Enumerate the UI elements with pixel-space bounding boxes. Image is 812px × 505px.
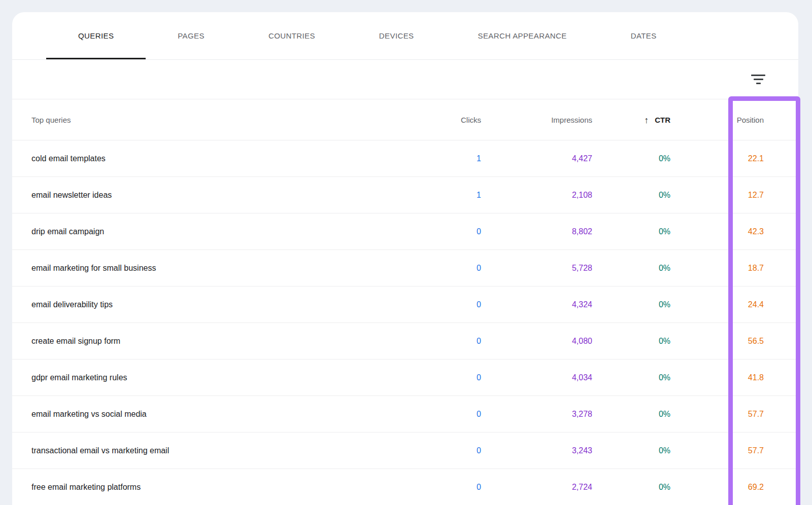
impressions-cell: 4,034 <box>481 373 592 382</box>
filter-bar-top <box>751 75 765 76</box>
position-cell: 18.7 <box>670 264 764 273</box>
query-cell[interactable]: email deliverability tips <box>31 300 410 309</box>
tab-queries[interactable]: QUERIES <box>46 12 146 59</box>
column-header-impressions[interactable]: Impressions <box>481 116 592 124</box>
clicks-cell: 0 <box>410 410 481 419</box>
column-header-top-queries[interactable]: Top queries <box>31 116 410 124</box>
clicks-cell: 0 <box>410 264 481 273</box>
impressions-cell: 4,080 <box>481 337 592 346</box>
ctr-cell: 0% <box>592 264 670 273</box>
performance-report-card: QUERIES PAGES COUNTRIES DEVICES SEARCH A… <box>12 12 798 505</box>
ctr-cell: 0% <box>592 154 670 163</box>
query-cell[interactable]: drip email campaign <box>31 227 410 236</box>
table-body: cold email templates 1 4,427 0% 22.1 ema… <box>12 140 798 505</box>
tab-devices[interactable]: DEVICES <box>347 12 446 59</box>
filter-list-icon[interactable] <box>751 75 766 86</box>
tab-search-appearance[interactable]: SEARCH APPEARANCE <box>446 12 599 59</box>
impressions-cell: 3,278 <box>481 410 592 419</box>
position-cell: 57.7 <box>670 446 764 455</box>
column-header-ctr-label: CTR <box>655 116 670 124</box>
impressions-cell: 5,728 <box>481 264 592 273</box>
table-row[interactable]: email newsletter ideas 1 2,108 0% 12.7 <box>12 177 798 213</box>
column-header-position[interactable]: Position <box>670 116 764 124</box>
ctr-cell: 0% <box>592 446 670 455</box>
impressions-cell: 4,427 <box>481 154 592 163</box>
table-row[interactable]: email deliverability tips 0 4,324 0% 24.… <box>12 286 798 323</box>
clicks-cell: 1 <box>410 191 481 200</box>
position-cell: 41.8 <box>670 373 764 382</box>
sort-ascending-arrow-icon: ↑ <box>644 115 649 126</box>
clicks-cell: 0 <box>410 300 481 309</box>
position-cell: 69.2 <box>670 483 764 492</box>
table-row[interactable]: cold email templates 1 4,427 0% 22.1 <box>12 140 798 177</box>
clicks-cell: 1 <box>410 154 481 163</box>
tab-pages[interactable]: PAGES <box>146 12 236 59</box>
query-cell[interactable]: create email signup form <box>31 337 410 346</box>
table-row[interactable]: email marketing for small business 0 5,7… <box>12 250 798 286</box>
table-row[interactable]: create email signup form 0 4,080 0% 56.5 <box>12 323 798 359</box>
clicks-cell: 0 <box>410 373 481 382</box>
table-header-row: Top queries Clicks Impressions ↑CTR Posi… <box>12 99 798 140</box>
tab-dates[interactable]: DATES <box>599 12 689 59</box>
clicks-cell: 0 <box>410 337 481 346</box>
position-cell: 42.3 <box>670 227 764 236</box>
ctr-cell: 0% <box>592 227 670 236</box>
position-cell: 22.1 <box>670 154 764 163</box>
filter-bar-middle <box>754 79 763 80</box>
query-cell[interactable]: gdpr email marketing rules <box>31 373 410 382</box>
table-row[interactable]: gdpr email marketing rules 0 4,034 0% 41… <box>12 359 798 396</box>
ctr-cell: 0% <box>592 410 670 419</box>
ctr-cell: 0% <box>592 191 670 200</box>
query-cell[interactable]: cold email templates <box>31 154 410 163</box>
ctr-cell: 0% <box>592 337 670 346</box>
table-row[interactable]: email marketing vs social media 0 3,278 … <box>12 396 798 432</box>
impressions-cell: 2,108 <box>481 191 592 200</box>
column-header-clicks[interactable]: Clicks <box>410 116 481 124</box>
table-row[interactable]: free email marketing platforms 0 2,724 0… <box>12 469 798 505</box>
position-cell: 56.5 <box>670 337 764 346</box>
query-cell[interactable]: email newsletter ideas <box>31 191 410 200</box>
column-header-ctr[interactable]: ↑CTR <box>592 115 670 125</box>
impressions-cell: 3,243 <box>481 446 592 455</box>
query-cell[interactable]: transactional email vs marketing email <box>31 446 410 455</box>
query-cell[interactable]: email marketing vs social media <box>31 410 410 419</box>
position-cell: 24.4 <box>670 300 764 309</box>
position-cell: 57.7 <box>670 410 764 419</box>
report-tabs: QUERIES PAGES COUNTRIES DEVICES SEARCH A… <box>12 12 798 60</box>
clicks-cell: 0 <box>410 446 481 455</box>
filter-bar-bottom <box>756 83 761 84</box>
table-row[interactable]: drip email campaign 0 8,802 0% 42.3 <box>12 213 798 250</box>
clicks-cell: 0 <box>410 227 481 236</box>
query-cell[interactable]: free email marketing platforms <box>31 483 410 492</box>
ctr-cell: 0% <box>592 373 670 382</box>
clicks-cell: 0 <box>410 483 481 492</box>
table-toolbar <box>12 60 798 99</box>
tab-countries[interactable]: COUNTRIES <box>236 12 347 59</box>
query-cell[interactable]: email marketing for small business <box>31 264 410 273</box>
impressions-cell: 4,324 <box>481 300 592 309</box>
ctr-cell: 0% <box>592 483 670 492</box>
table-row[interactable]: transactional email vs marketing email 0… <box>12 432 798 469</box>
impressions-cell: 8,802 <box>481 227 592 236</box>
position-cell: 12.7 <box>670 191 764 200</box>
ctr-cell: 0% <box>592 300 670 309</box>
impressions-cell: 2,724 <box>481 483 592 492</box>
